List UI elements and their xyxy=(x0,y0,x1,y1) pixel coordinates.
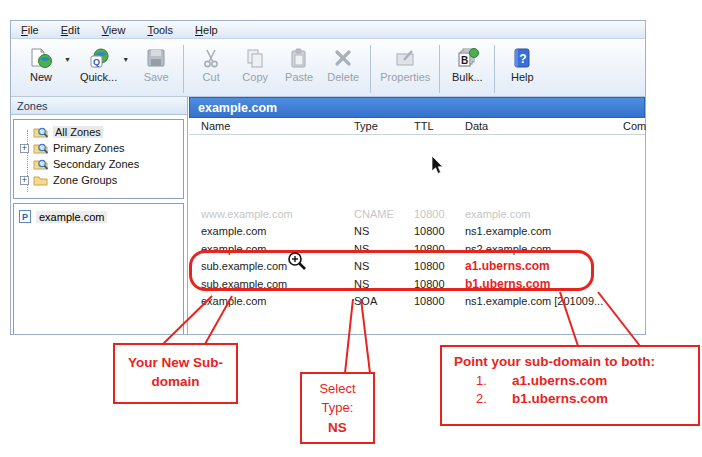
record-data: ns1.example.com xyxy=(465,225,623,237)
column-header-ttl[interactable]: TTL xyxy=(414,120,465,132)
expand-plus-icon[interactable]: + xyxy=(20,176,29,185)
menu-file[interactable]: File xyxy=(21,24,39,36)
nameserver-label: b1.uberns.com xyxy=(512,390,608,408)
toolbar-separator xyxy=(370,45,371,93)
menu-tools[interactable]: Tools xyxy=(147,24,173,36)
zone-title-bar: example.com xyxy=(189,97,645,118)
menu-file-key: F xyxy=(21,24,28,36)
tree-item-label: All Zones xyxy=(53,126,103,138)
column-header-data[interactable]: Data xyxy=(465,120,623,132)
help-button-label: Help xyxy=(511,71,534,83)
new-dropdown-arrow-icon[interactable]: ▼ xyxy=(64,56,71,63)
menu-edit-rest: dit xyxy=(68,24,80,36)
tree-item-primary-zones[interactable]: + Primary Zones xyxy=(14,140,183,156)
callout-text: domain xyxy=(115,373,236,392)
tree-item-label: Secondary Zones xyxy=(53,158,139,170)
help-button[interactable]: ? Help xyxy=(500,44,544,84)
menu-edit[interactable]: Edit xyxy=(61,24,80,36)
callout-select-type: Select Type: NS xyxy=(300,372,375,444)
cut-button-label: Cut xyxy=(203,71,220,83)
menu-help-key: H xyxy=(195,24,203,36)
callout-new-subdomain: Your New Sub- domain xyxy=(113,343,238,404)
cut-button[interactable]: Cut xyxy=(189,44,233,84)
delete-button[interactable]: Delete xyxy=(321,44,365,84)
record-type: NS xyxy=(354,225,414,237)
record-data: ns1.example.com [201009... xyxy=(465,295,623,307)
quick-dropdown-arrow-icon[interactable]: ▼ xyxy=(122,56,129,63)
menu-bar: File Edit View Tools Help xyxy=(11,21,645,39)
callout-title: Point your sub-domain to both: xyxy=(454,354,690,369)
record-row-ns1[interactable]: example.com NS 10800 ns1.example.com xyxy=(189,223,645,241)
menu-tools-rest: ools xyxy=(153,24,173,36)
toolbar-separator xyxy=(183,45,184,93)
zones-tree: All Zones + Primary Zones Secondary Zone… xyxy=(13,119,184,199)
folder-icon xyxy=(33,174,49,186)
bulk-button[interactable]: B Bulk... xyxy=(445,44,489,84)
zones-panel-header: Zones xyxy=(11,97,187,115)
record-data: example.com xyxy=(465,208,623,220)
callout-text-ns: NS xyxy=(302,418,373,438)
tree-item-label: Primary Zones xyxy=(53,142,125,154)
properties-button-label: Properties xyxy=(380,71,430,83)
record-ttl: 10800 xyxy=(414,225,465,237)
tree-item-zone-groups[interactable]: + Zone Groups xyxy=(14,172,183,188)
record-row-www-cname[interactable]: www.example.com CNAME 10800 example.com xyxy=(189,205,645,223)
callout-text: Type: xyxy=(302,399,373,418)
zone-folder-search-icon xyxy=(33,126,49,138)
paste-button[interactable]: Paste xyxy=(277,44,321,84)
records-panel: example.com Name Type TTL Data Com www.e… xyxy=(189,97,645,334)
menu-help-rest: elp xyxy=(203,24,218,36)
tree-item-secondary-zones[interactable]: Secondary Zones xyxy=(14,156,183,172)
properties-button[interactable]: Properties xyxy=(376,44,434,84)
menu-view-key: V xyxy=(102,24,109,36)
record-ttl: 10800 xyxy=(414,295,465,307)
new-button[interactable]: New xyxy=(19,44,63,84)
save-icon xyxy=(144,45,168,71)
record-type: SOA xyxy=(354,295,414,307)
expand-plus-icon[interactable]: + xyxy=(20,144,29,153)
records-table-header: Name Type TTL Data Com xyxy=(189,118,645,135)
nameserver-label: a1.uberns.com xyxy=(512,372,607,390)
record-row-soa[interactable]: example.com SOA 10800 ns1.example.com [2… xyxy=(189,293,645,311)
zones-sidebar: Zones All Zones + Primary Zones Secondar… xyxy=(11,97,188,334)
list-number: 1. xyxy=(476,372,498,390)
bulk-button-label: Bulk... xyxy=(452,71,483,83)
zone-item-label: example.com xyxy=(36,211,107,223)
record-name: www.example.com xyxy=(201,208,354,220)
cut-icon xyxy=(199,45,223,71)
column-header-name[interactable]: Name xyxy=(201,120,354,132)
quick-button[interactable]: Q Quick... xyxy=(76,44,121,84)
delete-button-label: Delete xyxy=(327,71,359,83)
toolbar-separator xyxy=(439,45,440,93)
help-icon: ? xyxy=(510,45,534,71)
zone-item-example-com[interactable]: P example.com xyxy=(19,209,178,224)
tree-item-all-zones[interactable]: All Zones xyxy=(14,124,183,140)
column-header-comment[interactable]: Com xyxy=(623,120,646,132)
callout-text: Your New Sub- xyxy=(115,354,236,373)
copy-button[interactable]: Copy xyxy=(233,44,277,84)
copy-icon xyxy=(243,45,267,71)
toolbar-separator xyxy=(494,45,495,93)
copy-button-label: Copy xyxy=(242,71,268,83)
bulk-icon: B xyxy=(455,45,479,71)
zone-folder-search-icon xyxy=(33,142,49,154)
record-name: example.com xyxy=(201,295,354,307)
menu-edit-key: E xyxy=(61,24,68,36)
record-name: example.com xyxy=(201,225,354,237)
record-type: CNAME xyxy=(354,208,414,220)
quick-button-label: Quick... xyxy=(80,71,117,83)
callout-list-item: 1. a1.uberns.com xyxy=(454,372,690,390)
screenshot-page: File Edit View Tools Help New ▼ Q Quick.… xyxy=(0,0,702,457)
list-number: 2. xyxy=(476,390,498,408)
paste-button-label: Paste xyxy=(285,71,313,83)
zone-list: P example.com xyxy=(13,203,184,334)
menu-help[interactable]: Help xyxy=(195,24,218,36)
callout-text: Select xyxy=(302,380,373,399)
primary-zone-p-icon: P xyxy=(19,210,31,223)
menu-view[interactable]: View xyxy=(102,24,126,36)
callout-point-subdomain: Point your sub-domain to both: 1. a1.ube… xyxy=(440,345,700,426)
tree-item-label: Zone Groups xyxy=(53,174,117,186)
save-button[interactable]: Save xyxy=(134,44,178,84)
column-header-type[interactable]: Type xyxy=(354,120,414,132)
svg-text:P: P xyxy=(22,212,28,222)
